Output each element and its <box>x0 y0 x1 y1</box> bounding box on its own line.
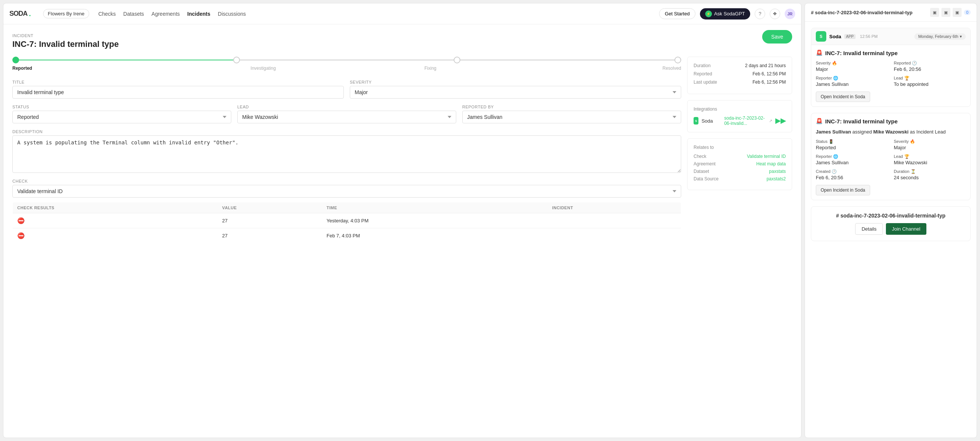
row-check-icon: ⛔ <box>13 213 218 228</box>
last-update-value: Feb 6, 12:56 PM <box>752 80 786 85</box>
step-connector-1 <box>19 60 233 60</box>
step-labels: Reported Investigating Fixing Resolved <box>13 65 681 71</box>
relates-check-value[interactable]: Validate terminal ID <box>747 154 786 159</box>
severity-select[interactable]: Major Critical Minor <box>350 86 681 99</box>
col-header-incident: INCIDENT <box>548 202 681 213</box>
step-label-investigating: Investigating <box>180 65 347 71</box>
step-label-fixing: Fixing <box>347 65 514 71</box>
slack-content: S Soda APP 12:56 PM Monday, February 6th… <box>805 22 977 438</box>
slack-message-1: S Soda APP 12:56 PM Monday, February 6th… <box>811 28 970 107</box>
msg-date-btn-1[interactable]: Monday, February 6th ▾ <box>915 33 966 40</box>
relates-datasource-value[interactable]: paxstats2 <box>767 176 786 181</box>
lead-value-2: Mike Wazowski <box>894 160 966 166</box>
join-channel-card: # soda-inc-7-2023-02-06-invalid-terminal… <box>811 206 970 241</box>
step-label-resolved: Resolved <box>514 65 681 71</box>
slack-panel: # soda-inc-7-2023-02-06-invalid-terminal… <box>805 3 977 438</box>
msg-app-badge-1: APP <box>844 34 856 39</box>
brand-pill[interactable]: Flowers By Irene <box>43 9 90 18</box>
help-icon[interactable]: ? <box>755 9 765 19</box>
lead-label-1: Lead 🏆 <box>894 76 966 81</box>
logo: SODA. <box>10 10 31 18</box>
check-select[interactable]: Validate terminal ID <box>13 185 681 197</box>
slack-header: # soda-inc-7-2023-02-06-invalid-terminal… <box>805 3 977 22</box>
lead-select[interactable]: Mike Wazowski <box>237 111 456 123</box>
relates-dataset-value[interactable]: paxstats <box>769 169 786 174</box>
nav-agreements[interactable]: Agreements <box>151 11 180 17</box>
relates-agreement-label: Agreement <box>694 161 716 167</box>
lead-detail: Lead 🏆 To be appointed <box>894 76 966 87</box>
severity-group: SEVERITY Major Critical Minor <box>350 80 681 99</box>
duration-value-2: 24 seconds <box>894 175 966 180</box>
duration-row: Duration 2 days and 21 hours <box>694 63 786 68</box>
msg-assign-text: James Sullivan assigned Mike Wazowski as… <box>816 129 966 135</box>
reporter-detail: Reporter 🌐 James Sullivan <box>816 76 888 87</box>
slack-icon-btn-2[interactable]: ▣ <box>941 8 950 17</box>
relates-title: Relates to <box>694 145 786 150</box>
relates-agreement-row: Agreement Heat map data <box>694 161 786 167</box>
main-content: INCIDENT INC-7: Invalid terminal type Sa… <box>3 24 801 438</box>
severity-detail-2: Severity 🔥 Major <box>894 139 966 150</box>
title-input[interactable] <box>13 86 344 99</box>
join-channel-button[interactable]: Join Channel <box>886 223 926 235</box>
slack-icon-btn-3[interactable]: ▣ <box>953 8 962 17</box>
apps-icon[interactable]: ❖ <box>770 9 780 19</box>
relates-check-row: Check Validate terminal ID <box>694 154 786 159</box>
check-group: CHECK Validate terminal ID <box>13 179 681 197</box>
ask-soda-button[interactable]: ⚡ Ask SodaGPT <box>700 8 750 19</box>
nav-incidents[interactable]: Incidents <box>188 11 210 17</box>
integration-link[interactable]: soda-inc-7-2023-02-06-invalid... <box>724 116 766 126</box>
avatar[interactable]: JR <box>785 9 795 19</box>
last-update-label: Last update <box>694 80 717 85</box>
reporter-label-2: Reporter 🌐 <box>816 154 888 159</box>
right-info-col: Duration 2 days and 21 hours Reported Fe… <box>687 57 792 244</box>
nav-datasets[interactable]: Datasets <box>123 11 144 17</box>
integrations-panel: Integrations S Soda soda-inc-7-2023-02-0… <box>687 100 792 132</box>
nav-links: Checks Datasets Agreements Incidents Dis… <box>98 11 246 17</box>
badge-count: 0 <box>964 10 970 15</box>
slack-icon-btn-1[interactable]: ▣ <box>930 8 939 17</box>
nav-checks[interactable]: Checks <box>98 11 116 17</box>
slack-message-2: 🚨 INC-7: Invalid terminal type James Sul… <box>811 113 970 200</box>
open-incident-btn-1[interactable]: Open Incident in Soda <box>816 91 870 102</box>
severity-label-1: Severity 🔥 <box>816 61 888 65</box>
relates-check-label: Check <box>694 154 706 159</box>
msg-time-1: 12:56 PM <box>860 34 878 39</box>
reported-by-select[interactable]: James Sullivan <box>462 111 681 123</box>
get-started-button[interactable]: Get Started <box>659 8 695 19</box>
details-grid-1: Severity 🔥 Major Reported 🕐 Feb 6, 20:56… <box>816 61 966 87</box>
join-channel-name: # soda-inc-7-2023-02-06-invalid-terminal… <box>817 213 964 219</box>
soda-avatar-1: S <box>816 31 826 41</box>
reported-row: Reported Feb 6, 12:56 PM <box>694 71 786 76</box>
msg-body-1: 🚨 INC-7: Invalid terminal type Severity … <box>811 45 970 107</box>
integration-name: Soda <box>702 118 721 124</box>
reporter-value-1: James Sullivan <box>816 81 888 87</box>
relates-agreement-value[interactable]: Heat map data <box>756 161 786 167</box>
msg-header-1: S Soda APP 12:56 PM Monday, February 6th… <box>811 28 970 45</box>
relates-dataset-label: Dataset <box>694 169 709 174</box>
relates-dataset-row: Dataset paxstats <box>694 169 786 174</box>
open-incident-btn-2[interactable]: Open Incident in Soda <box>816 185 870 195</box>
duration-value: 2 days and 21 hours <box>745 63 786 68</box>
description-textarea[interactable]: A system is populating the Terminal colu… <box>13 135 681 173</box>
relates-datasource-row: Data Source paxstats2 <box>694 176 786 181</box>
reported-by-label: REPORTED BY <box>462 105 681 109</box>
nav-discussions[interactable]: Discussions <box>218 11 246 17</box>
title-label: TITLE <box>13 80 344 84</box>
logo-text: SODA <box>10 10 27 18</box>
created-detail-2: Created 🕐 Feb 6, 20:56 <box>816 169 888 180</box>
reported-by-group: REPORTED BY James Sullivan <box>462 105 681 123</box>
details-button[interactable]: Details <box>855 223 883 235</box>
duration-label-2: Duration ⏳ <box>894 169 966 174</box>
severity-label-2: Severity 🔥 <box>894 139 966 144</box>
step-investigating <box>233 57 240 64</box>
relates-datasource-label: Data Source <box>694 176 719 181</box>
ask-soda-icon: ⚡ <box>705 11 712 17</box>
status-select[interactable]: Reported Investigating Fixing Resolved <box>13 111 231 123</box>
save-button[interactable]: Save <box>762 30 792 43</box>
msg-sender-1: Soda <box>829 34 841 39</box>
status-lead-reported-group: STATUS Reported Investigating Fixing Res… <box>13 105 681 123</box>
lead-value-1: To be appointed <box>894 81 966 87</box>
last-update-row: Last update Feb 6, 12:56 PM <box>694 80 786 85</box>
reported-value: Feb 6, 12:56 PM <box>752 71 786 76</box>
duration-label: Duration <box>694 63 710 68</box>
